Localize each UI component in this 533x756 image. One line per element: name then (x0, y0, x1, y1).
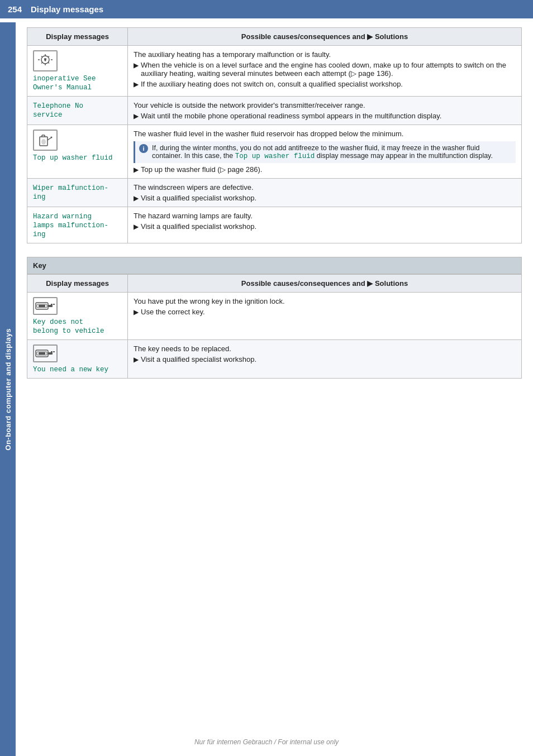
table-row: Hazard warninglamps malfunction-ing The … (27, 207, 522, 243)
washer-icon (33, 130, 58, 151)
col2-header: Possible causes/consequences and ▶ Solut… (128, 28, 522, 46)
key-wrong-description: You have put the wrong key in the igniti… (128, 293, 522, 340)
table-row: inoperative SeeOwner's Manual The auxili… (27, 46, 522, 97)
svg-rect-24 (39, 352, 45, 355)
svg-rect-27 (53, 351, 55, 352)
svg-point-11 (51, 137, 53, 138)
display-col-tel: Telephone Noservice (27, 97, 128, 125)
key-col2-header: Possible causes/consequences and ▶ Solut… (128, 275, 522, 293)
tel-bullet-1: ▶ Wait until the mobile phone operationa… (134, 112, 516, 120)
svg-rect-20 (51, 304, 53, 305)
info-icon: i (139, 144, 148, 153)
key-icon (33, 297, 58, 315)
page-footer: Nur für internen Gebrauch / For internal… (0, 738, 533, 746)
svg-rect-21 (53, 304, 55, 305)
key-wrong-display-text: Key does notbelong to vehicle (33, 318, 104, 335)
svg-line-7 (48, 56, 49, 58)
table-row: You need a new key The key needs to be r… (27, 340, 522, 379)
svg-line-8 (41, 63, 42, 64)
side-tab-label: On-board computer and displays (4, 328, 12, 451)
wiper-display-text: Wiper malfunction-ing (33, 184, 108, 201)
svg-point-15 (41, 139, 46, 145)
key-wrong-bullet-1: ▶ Use the correct key. (134, 308, 516, 316)
washer-display-text: Top up washer fluid (33, 154, 113, 162)
key-section-header: Key (27, 257, 522, 274)
page-number: 254 (8, 4, 22, 14)
svg-rect-25 (48, 352, 53, 355)
wiper-description: The windscreen wipers are defective. ▶ V… (128, 179, 522, 207)
key-col1-header: Display messages (27, 275, 128, 293)
main-table: Display messages Possible causes/consequ… (27, 27, 522, 243)
svg-rect-18 (39, 305, 45, 307)
washer-info-block: i If, during the winter months, you do n… (134, 141, 516, 163)
footer-text: Nur für internen Gebrauch / For internal… (194, 738, 339, 746)
col1-header: Display messages (27, 28, 128, 46)
svg-line-10 (47, 138, 51, 140)
svg-line-6 (48, 63, 49, 64)
display-col-hazard: Hazard warninglamps malfunction-ing (27, 207, 128, 243)
table-row: Key does notbelong to vehicle You have p… (27, 293, 522, 340)
washer-description: The washer fluid level in the washer flu… (128, 125, 522, 179)
aux-display-text: inoperative SeeOwner's Manual (33, 75, 96, 92)
key-table: Display messages Possible causes/consequ… (27, 274, 522, 379)
tel-description: Your vehicle is outside the network prov… (128, 97, 522, 125)
hazard-bullet-1: ▶ Visit a qualified specialist workshop. (134, 222, 516, 231)
svg-line-5 (41, 56, 42, 58)
key-new-bullet-1: ▶ Visit a qualified specialist workshop. (134, 355, 516, 363)
wiper-bullet-1: ▶ Visit a qualified specialist workshop. (134, 194, 516, 202)
key-new-display-text: You need a new key (33, 366, 108, 374)
display-col-key-wrong: Key does notbelong to vehicle (27, 293, 128, 340)
display-col-washer: Top up washer fluid (27, 125, 128, 179)
key-new-description: The key needs to be replaced. ▶ Visit a … (128, 340, 522, 379)
page-title: Display messages (31, 4, 103, 14)
page-header: 254 Display messages (0, 0, 533, 18)
display-col-wiper: Wiper malfunction-ing (27, 179, 128, 207)
key-icon2 (33, 344, 58, 362)
aux-bullet-2: ▶ If the auxiliary heating does not swit… (134, 80, 516, 88)
aux-bullet-1: ▶ When the vehicle is on a level surface… (134, 61, 516, 78)
tel-display-text: Telephone Noservice (33, 102, 83, 119)
washer-bullet-1: ▶ Top up the washer fluid (▷ page 286). (134, 165, 516, 174)
hazard-description: The hazard warning lamps are faulty. ▶ V… (128, 207, 522, 243)
display-col-key-new: You need a new key (27, 340, 128, 379)
svg-rect-26 (51, 351, 53, 352)
table-row: Telephone Noservice Your vehicle is outs… (27, 97, 522, 125)
main-content: Display messages Possible causes/consequ… (16, 18, 533, 403)
aux-heat-icon (33, 50, 58, 71)
display-col-aux: inoperative SeeOwner's Manual (27, 46, 128, 97)
aux-description: The auxiliary heating has a temporary ma… (128, 46, 522, 97)
table-row: Top up washer fluid The washer fluid lev… (27, 125, 522, 179)
svg-rect-19 (48, 305, 53, 307)
hazard-display-text: Hazard warninglamps malfunction-ing (33, 213, 108, 238)
table-row: Wiper malfunction-ing The windscreen wip… (27, 179, 522, 207)
side-tab: On-board computer and displays (0, 22, 16, 756)
